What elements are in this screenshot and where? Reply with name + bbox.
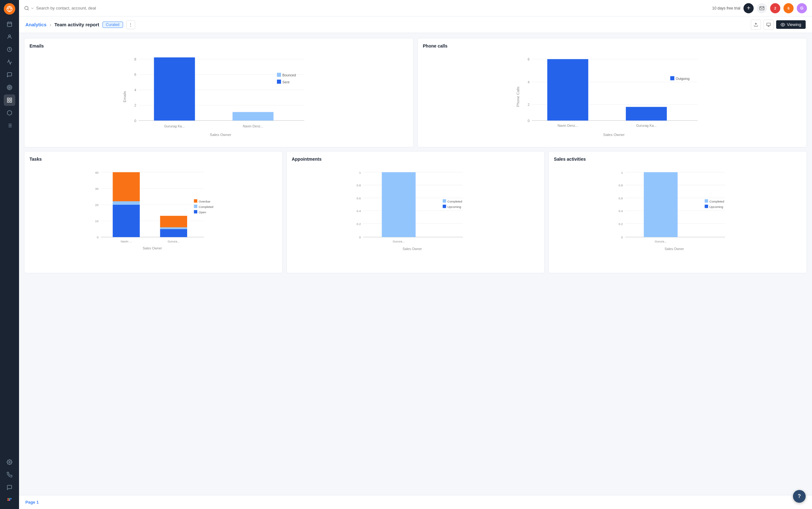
svg-rect-135 — [705, 205, 708, 208]
svg-text:Gurura...: Gurura... — [393, 240, 405, 243]
svg-point-9 — [9, 87, 10, 88]
sidebar-lists-icon[interactable] — [4, 120, 15, 131]
svg-text:0: 0 — [621, 236, 623, 239]
svg-point-23 — [10, 498, 12, 500]
svg-rect-69 — [670, 76, 674, 80]
sidebar-targets-icon[interactable] — [4, 82, 15, 93]
topbar-right: 10 days free trial + 2 6 G — [712, 3, 807, 13]
svg-rect-50 — [277, 73, 281, 77]
svg-rect-82 — [113, 205, 139, 237]
svg-text:Sales Owner: Sales Owner — [143, 246, 162, 250]
search-input[interactable] — [36, 6, 106, 10]
search-icon-wrap[interactable] — [24, 6, 34, 11]
svg-rect-13 — [7, 101, 9, 102]
svg-text:0.8: 0.8 — [619, 183, 623, 187]
page-label: Page 1 — [25, 500, 39, 505]
search-icon — [24, 6, 29, 11]
svg-text:2: 2 — [528, 103, 529, 106]
svg-rect-115 — [442, 205, 446, 208]
sidebar-phone-icon[interactable] — [4, 469, 15, 480]
svg-text:40: 40 — [95, 171, 99, 174]
sidebar-apps-icon[interactable] — [4, 495, 15, 506]
phone-calls-chart-card: Phone calls Phone Calls 6 4 2 — [417, 38, 807, 147]
svg-rect-46 — [232, 112, 273, 121]
svg-rect-45 — [154, 57, 195, 121]
svg-rect-130 — [644, 172, 678, 237]
svg-text:30: 30 — [95, 187, 99, 191]
svg-text:Completed: Completed — [447, 200, 462, 203]
sidebar-deals-icon[interactable] — [4, 44, 15, 55]
svg-rect-52 — [277, 79, 281, 84]
notification-button-1[interactable]: 2 — [770, 3, 780, 13]
user-avatar-button[interactable]: G — [797, 3, 807, 13]
svg-text:0: 0 — [528, 119, 529, 123]
svg-text:8: 8 — [134, 57, 136, 61]
svg-text:2: 2 — [134, 103, 136, 107]
notification-button-2[interactable]: 6 — [783, 3, 793, 13]
sidebar-settings-icon[interactable] — [4, 456, 15, 468]
svg-text:0: 0 — [97, 236, 98, 239]
svg-rect-86 — [160, 227, 187, 229]
svg-text:Gururag Ka...: Gururag Ka... — [636, 124, 657, 127]
svg-rect-65 — [626, 107, 667, 121]
emails-chart: Emails 8 6 4 2 0 — [30, 52, 408, 141]
sales-activities-chart-card: Sales activities 1 0.8 0.6 0.4 0.2 0 — [549, 151, 807, 273]
svg-text:Navin ...: Navin ... — [121, 240, 132, 243]
svg-text:6: 6 — [528, 57, 529, 61]
svg-point-21 — [7, 498, 9, 500]
svg-rect-110 — [382, 172, 415, 237]
analytics-breadcrumb-link[interactable]: Analytics — [25, 22, 46, 27]
svg-text:Gurura...: Gurura... — [655, 240, 667, 243]
svg-text:1: 1 — [621, 171, 623, 174]
more-options-button[interactable]: ⋮ — [126, 20, 135, 29]
sidebar-products-icon[interactable] — [4, 107, 15, 118]
svg-text:Sales Owner: Sales Owner — [210, 133, 231, 137]
trial-text: 10 days free trial — [712, 6, 740, 10]
phone-calls-chart: Phone Calls 6 4 2 0 — [423, 52, 802, 141]
svg-rect-87 — [160, 216, 187, 227]
breadcrumb-bar: Analytics › Team activity report Curated… — [19, 16, 812, 33]
sidebar-analytics-icon[interactable] — [4, 57, 15, 68]
sidebar-chat-icon[interactable] — [4, 482, 15, 493]
appointments-chart-title: Appointments — [292, 157, 539, 162]
svg-text:10: 10 — [95, 219, 99, 223]
app-logo[interactable] — [4, 3, 15, 14]
svg-text:4: 4 — [528, 80, 529, 84]
sidebar-reports-icon[interactable] — [4, 95, 15, 106]
svg-text:Outgoing: Outgoing — [676, 77, 690, 80]
svg-rect-113 — [442, 199, 446, 203]
svg-point-32 — [782, 24, 783, 25]
help-button[interactable]: ? — [793, 490, 806, 503]
search-area — [24, 6, 708, 11]
svg-text:Phone Calls: Phone Calls — [516, 87, 520, 107]
svg-text:Overdue: Overdue — [198, 200, 210, 203]
emails-chart-card: Emails Emails 8 6 4 — [24, 38, 414, 147]
breadcrumb-actions: Viewing — [751, 20, 806, 30]
bottom-bar: Page 1 — [19, 495, 812, 509]
add-button[interactable]: + — [744, 3, 754, 13]
svg-text:6: 6 — [134, 73, 136, 76]
svg-text:Gurura...: Gurura... — [167, 240, 180, 243]
sidebar-messages-icon[interactable] — [4, 69, 15, 80]
tasks-chart: 40 30 20 10 0 — [30, 165, 277, 267]
sales-activities-chart: 1 0.8 0.6 0.4 0.2 0 Gurura... Sales Owne… — [554, 165, 802, 267]
svg-rect-133 — [705, 199, 708, 203]
svg-rect-84 — [113, 172, 139, 201]
svg-line-27 — [28, 9, 29, 10]
tasks-chart-title: Tasks — [30, 157, 277, 162]
export-button[interactable] — [751, 20, 761, 30]
mail-button[interactable] — [757, 3, 767, 13]
sidebar-contacts-icon[interactable] — [4, 31, 15, 42]
sidebar-calendar-icon[interactable] — [4, 19, 15, 30]
content-area: Emails Emails 8 6 4 — [19, 33, 812, 495]
svg-text:0.4: 0.4 — [619, 209, 623, 213]
sidebar — [0, 0, 19, 509]
svg-point-5 — [8, 35, 10, 37]
viewing-button[interactable]: Viewing — [776, 20, 806, 29]
svg-text:Navin Denz...: Navin Denz... — [243, 124, 263, 128]
svg-text:0: 0 — [359, 236, 361, 239]
present-button[interactable] — [763, 20, 774, 30]
emails-chart-title: Emails — [30, 43, 408, 48]
svg-rect-12 — [10, 101, 12, 102]
svg-rect-1 — [7, 22, 12, 27]
